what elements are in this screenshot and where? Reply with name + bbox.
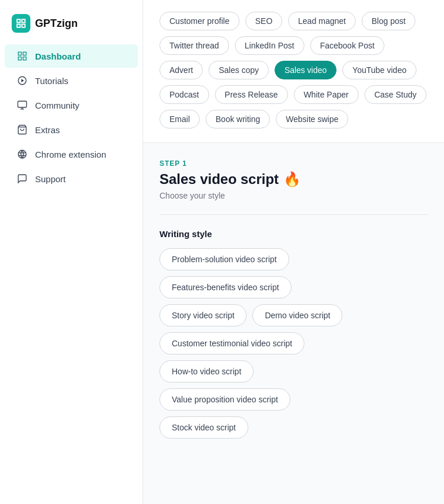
content-tags-grid: Customer profile SEO Lead magnet Blog po… [159,12,428,128]
tag-sales-video[interactable]: Sales video [275,61,337,79]
style-row-5: How-to video script [159,360,428,383]
tag-website-swipe[interactable]: Website swipe [276,110,348,128]
step-title-text: Sales video script [159,171,279,187]
style-value-proposition[interactable]: Value proposition video script [159,388,290,411]
sidebar-item-chrome[interactable]: Chrome extension [5,142,138,166]
message-circle-icon [16,173,28,185]
svg-rect-0 [17,19,20,22]
grid-icon [16,50,28,62]
tag-email[interactable]: Email [159,110,200,128]
content-type-tags-section: Customer profile SEO Lead magnet Blog po… [143,0,444,143]
app-logo: GPTzign [0,9,143,44]
style-problem-solution[interactable]: Problem-solution video script [159,248,289,270]
sidebar-item-community[interactable]: Community [5,93,138,117]
tag-linkedin-post[interactable]: LinkedIn Post [235,36,304,55]
tag-facebook-post[interactable]: Facebook Post [310,36,384,55]
sidebar-label-community: Community [35,100,79,110]
writing-style-heading: Writing style [159,229,428,239]
section-divider [159,214,428,215]
style-row-2: Features-benefits video script [159,276,428,298]
style-row-7: Stock video script [159,416,428,439]
sidebar-item-tutorials[interactable]: Tutorials [5,69,138,92]
style-story[interactable]: Story video script [159,304,247,326]
main-content: Customer profile SEO Lead magnet Blog po… [143,0,444,504]
monitor-icon [16,99,28,111]
fire-emoji: 🔥 [283,171,301,187]
step-subtitle: Choose your style [159,191,428,200]
tag-white-paper[interactable]: White Paper [294,85,359,104]
svg-point-14 [18,150,26,158]
sidebar-label-extras: Extras [35,125,60,135]
sidebar-item-support[interactable]: Support [5,167,138,190]
sidebar: GPTzign Dashboard Tutorials Community [0,0,143,504]
tag-press-release[interactable]: Press Release [215,85,288,104]
step-number: STEP 1 [159,159,428,168]
svg-rect-6 [18,57,21,60]
tag-advert[interactable]: Advert [159,61,203,79]
tag-seo[interactable]: SEO [245,12,283,30]
sidebar-item-extras[interactable]: Extras [5,118,138,141]
sidebar-item-dashboard[interactable]: Dashboard [5,44,138,68]
tag-lead-magnet[interactable]: Lead magnet [288,12,356,30]
style-demo[interactable]: Demo video script [252,304,342,326]
tag-blog-post[interactable]: Blog post [362,12,415,30]
style-row-4: Customer testimonial video script [159,332,428,354]
svg-rect-3 [22,25,25,27]
app-name: GPTzign [35,18,78,30]
svg-rect-5 [23,52,26,55]
tag-book-writing[interactable]: Book writing [206,110,270,128]
logo-icon [12,14,30,33]
play-icon [16,75,28,86]
style-how-to[interactable]: How-to video script [159,360,254,383]
tag-podcast[interactable]: Podcast [159,85,209,104]
tag-case-study[interactable]: Case Study [365,85,426,104]
shopping-bag-icon [16,124,28,135]
tag-youtube-video[interactable]: YouTube video [342,61,416,79]
sidebar-label-tutorials: Tutorials [35,76,68,86]
step-section: STEP 1 Sales video script 🔥 Choose your … [143,143,444,453]
sidebar-label-support: Support [35,174,66,184]
style-features-benefits[interactable]: Features-benefits video script [159,276,292,298]
sidebar-nav: Dashboard Tutorials Community Extras [0,44,143,190]
svg-rect-10 [18,101,27,107]
svg-rect-4 [18,52,21,55]
globe-icon [16,148,28,160]
style-row-6: Value proposition video script [159,388,428,411]
tag-sales-copy[interactable]: Sales copy [209,61,268,79]
style-stock[interactable]: Stock video script [159,416,248,439]
tag-customer-profile[interactable]: Customer profile [159,12,240,30]
sidebar-label-chrome: Chrome extension [35,150,106,159]
svg-marker-9 [22,79,25,82]
style-customer-testimonial[interactable]: Customer testimonial video script [159,332,304,354]
sidebar-label-dashboard: Dashboard [35,51,81,61]
tag-twitter-thread[interactable]: Twitter thread [159,36,229,55]
svg-rect-2 [17,25,20,27]
step-title: Sales video script 🔥 [159,171,428,187]
writing-style-options: Problem-solution video script Features-b… [159,248,428,439]
svg-rect-1 [22,19,25,22]
style-row-1: Problem-solution video script [159,248,428,270]
style-row-3: Story video script Demo video script [159,304,428,326]
svg-rect-7 [23,57,26,60]
